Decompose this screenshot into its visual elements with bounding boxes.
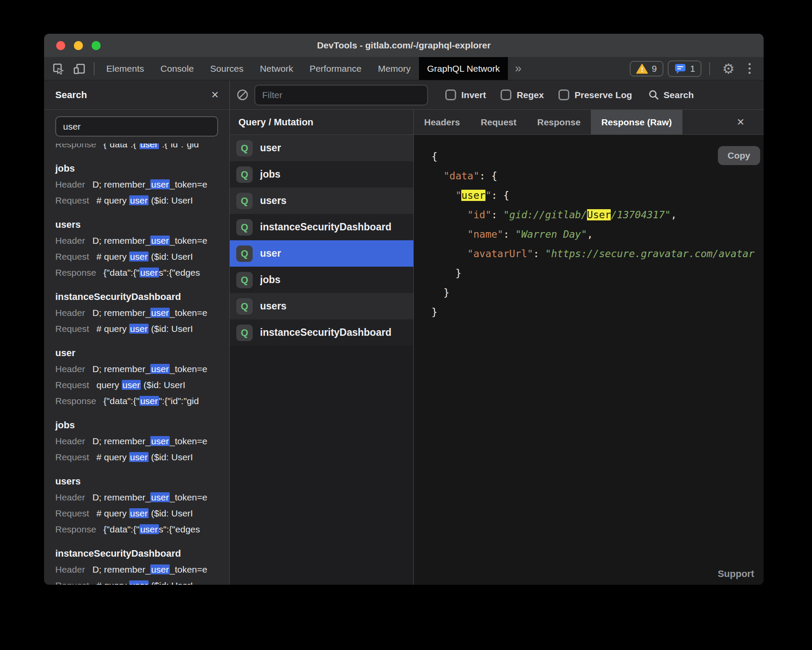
- detail-tab-response[interactable]: Response: [527, 110, 591, 134]
- support-link[interactable]: Support: [718, 568, 754, 580]
- query-list-item[interactable]: QinstanceSecurityDashboard: [230, 319, 413, 346]
- query-name: user: [260, 142, 281, 154]
- result-text: {"data":{"user":{"id":"gid: [104, 396, 199, 406]
- search-result-line[interactable]: HeaderD; remember_user_token=e: [55, 433, 229, 449]
- checkbox-preserve-log[interactable]: Preserve Log: [558, 89, 632, 100]
- search-result-line[interactable]: Request# query user ($id: UserI: [55, 577, 229, 585]
- devtools-content: Search ✕ Response{"data":{"user":{"id":"…: [44, 80, 764, 585]
- search-result-section-title: instanceSecurityDashboard: [55, 289, 229, 305]
- close-search-panel-icon[interactable]: ✕: [211, 89, 219, 101]
- match-highlight: user: [150, 179, 170, 189]
- search-result-line[interactable]: Response{"data":{"user":{"id":"gid: [55, 143, 229, 152]
- search-panel: Search ✕ Response{"data":{"user":{"id":"…: [44, 80, 230, 585]
- tab-performance[interactable]: Performance: [301, 57, 370, 80]
- match-highlight: user: [140, 524, 159, 534]
- search-result-line[interactable]: HeaderD; remember_user_token=e: [55, 176, 229, 192]
- query-mutation-title: Query / Mutation: [238, 117, 314, 128]
- kebab-menu-icon[interactable]: [743, 63, 756, 74]
- tab-console[interactable]: Console: [152, 57, 202, 80]
- checkbox-label: Preserve Log: [574, 90, 632, 100]
- search-result-line[interactable]: HeaderD; remember_user_token=e: [55, 305, 229, 321]
- match-highlight: user: [129, 452, 149, 462]
- detail-tab-response-raw[interactable]: Response (Raw): [591, 110, 682, 134]
- checkbox-label: Regex: [517, 90, 544, 100]
- result-kind-label: Response: [55, 396, 96, 406]
- tab-network[interactable]: Network: [252, 57, 301, 80]
- checkbox-regex[interactable]: Regex: [501, 89, 544, 100]
- result-kind-label: Response: [55, 524, 96, 534]
- query-list-item[interactable]: Quser: [230, 135, 413, 161]
- result-kind-label: Header: [55, 492, 85, 502]
- tab-graphql-network[interactable]: GraphQL Network: [419, 57, 508, 80]
- result-text: {"data":{"user":{"id":"gid: [104, 143, 199, 149]
- device-toolbar-icon[interactable]: [69, 57, 90, 80]
- tab-memory[interactable]: Memory: [370, 57, 419, 80]
- search-result-line[interactable]: HeaderD; remember_user_token=e: [55, 561, 229, 577]
- search-result-section: jobsHeaderD; remember_user_token=eReques…: [55, 417, 229, 465]
- search-panel-title: Search: [55, 89, 87, 101]
- main-tabs: ElementsConsoleSourcesNetworkPerformance…: [98, 57, 508, 80]
- search-result-line[interactable]: Request# query user ($id: UserI: [55, 192, 229, 208]
- messages-badge[interactable]: 1: [668, 61, 702, 77]
- query-list-item[interactable]: QinstanceSecurityDashboard: [230, 214, 413, 240]
- window-title: DevTools - gitlab.com/-/graphql-explorer: [44, 40, 764, 51]
- search-result-line[interactable]: Request# query user ($id: UserI: [55, 449, 229, 465]
- tab-elements[interactable]: Elements: [98, 57, 152, 80]
- checkbox-invert[interactable]: Invert: [445, 89, 486, 100]
- result-text: # query user ($id: UserI: [96, 195, 193, 205]
- search-result-line[interactable]: Response{"data":{"user":{"id":"gid: [55, 393, 229, 409]
- search-result-line[interactable]: Response{"data":{"users":{"edges: [55, 264, 229, 280]
- devtools-tabbar: ElementsConsoleSourcesNetworkPerformance…: [44, 57, 764, 80]
- clear-icon[interactable]: [230, 89, 254, 101]
- json-line: "name": "Warren Day",: [431, 225, 764, 244]
- query-list-item[interactable]: Qusers: [230, 188, 413, 214]
- query-list-item[interactable]: Qusers: [230, 293, 413, 319]
- query-list-item[interactable]: Qjobs: [230, 267, 413, 293]
- match-highlight: user: [150, 436, 170, 446]
- search-result-line[interactable]: HeaderD; remember_user_token=e: [55, 361, 229, 377]
- more-tabs-icon[interactable]: »: [508, 57, 528, 80]
- match-highlight: user: [140, 143, 159, 149]
- warnings-badge[interactable]: 9: [630, 61, 663, 76]
- query-type-icon: Q: [236, 325, 253, 341]
- result-text: # query user ($id: UserI: [96, 580, 193, 585]
- result-text: D; remember_user_token=e: [92, 308, 207, 318]
- query-list-item[interactable]: Qjobs: [230, 161, 413, 188]
- network-columns: Query / Mutation QuserQjobsQusersQinstan…: [230, 110, 764, 585]
- search-result-line[interactable]: Request# query user ($id: UserI: [55, 249, 229, 264]
- query-type-icon: Q: [236, 219, 253, 236]
- query-list-item[interactable]: Quser: [230, 240, 413, 267]
- search-result-section-title: jobs: [55, 160, 229, 176]
- filter-input[interactable]: [254, 85, 428, 105]
- settings-gear-icon[interactable]: ⚙: [718, 62, 739, 76]
- copy-button[interactable]: Copy: [718, 146, 761, 165]
- query-name: users: [260, 195, 286, 207]
- inspect-element-icon[interactable]: [44, 57, 69, 80]
- result-kind-label: Header: [55, 179, 85, 189]
- close-detail-icon[interactable]: ✕: [737, 110, 753, 134]
- search-input[interactable]: [55, 116, 218, 137]
- checkbox-label: Invert: [461, 90, 486, 100]
- toolbar-search[interactable]: Search: [648, 89, 694, 100]
- result-kind-label: Request: [55, 324, 89, 334]
- query-name: instanceSecurityDashboard: [260, 327, 391, 338]
- result-kind-label: Request: [55, 195, 89, 205]
- tab-sources[interactable]: Sources: [202, 57, 252, 80]
- search-result-line[interactable]: Request# query user ($id: UserI: [55, 321, 229, 337]
- search-result-line[interactable]: Requestquery user ($id: UserI: [55, 377, 229, 393]
- result-text: # query user ($id: UserI: [96, 452, 193, 462]
- search-result-line[interactable]: Request# query user ($id: UserI: [55, 505, 229, 521]
- detail-tab-headers[interactable]: Headers: [414, 110, 470, 134]
- match-highlight: user: [150, 236, 170, 245]
- result-text: D; remember_user_token=e: [92, 364, 207, 374]
- search-result-line[interactable]: HeaderD; remember_user_token=e: [55, 233, 229, 249]
- message-icon: [674, 63, 686, 74]
- search-result-line[interactable]: Response{"data":{"users":{"edges: [55, 521, 229, 537]
- detail-tabs: HeadersRequestResponseResponse (Raw): [414, 110, 737, 134]
- checkbox-box-icon: [558, 89, 569, 100]
- toolbar-checkboxes: InvertRegexPreserve Log: [445, 89, 632, 100]
- query-type-icon: Q: [236, 193, 253, 209]
- search-result-line[interactable]: HeaderD; remember_user_token=e: [55, 489, 229, 505]
- match-highlight: user: [129, 580, 149, 585]
- detail-tab-request[interactable]: Request: [470, 110, 527, 134]
